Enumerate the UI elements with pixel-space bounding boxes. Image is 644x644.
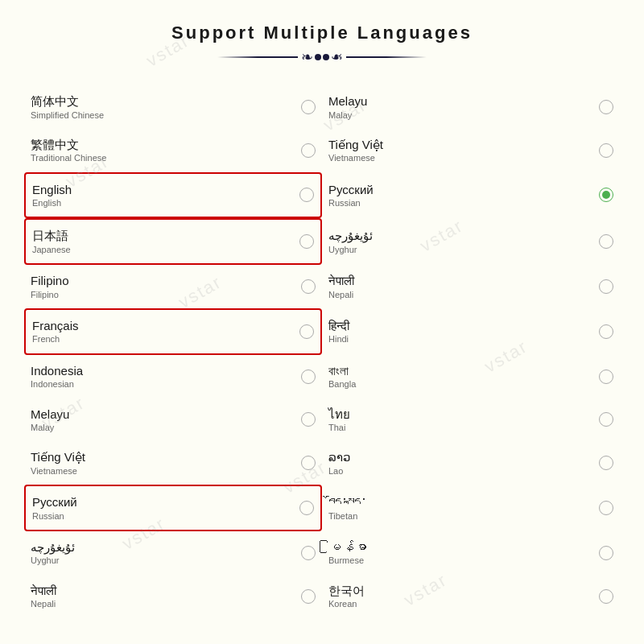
language-text-lao-right: ລາວLao [328,449,592,477]
language-text-traditional-chinese: 繁體中文Traditional Chinese [31,137,295,164]
radio-thai-right[interactable] [599,412,613,427]
radio-vietnamese-left[interactable] [301,456,316,470]
language-text-bangla-right: বাংলাBangla [328,363,592,390]
radio-vietnamese-right[interactable] [599,143,613,158]
language-subname-russian-right: Russian [328,197,592,208]
language-name-malay-right: Melayu [328,93,592,109]
language-text-uyghur-right: ئۇيغۇرچەUyghur [328,228,592,255]
language-name-russian-left: Русский [32,494,293,510]
radio-malay-left[interactable] [301,412,316,427]
language-name-malay-left: Melayu [31,407,295,423]
language-text-russian-left: РусскийRussian [32,494,293,522]
language-subname-russian-left: Russian [32,510,293,522]
page-title: Support Multiple Languages [16,23,628,43]
language-item-nepali-left[interactable]: नेपालीNepali [24,575,322,618]
language-item-tibetan-right[interactable]: བོད་སྐད་Tibetan [322,485,620,531]
language-item-korean-right[interactable]: 한국어Korean [322,575,620,618]
radio-japanese[interactable] [299,234,314,249]
ornament-leaf-left: ❧ [301,50,313,64]
language-text-french: FrançaisFrench [32,318,293,345]
language-item-russian-left[interactable]: РусскийRussian [24,485,322,531]
language-text-vietnamese-right: Tiếng ViệtVietnamese [328,137,592,164]
divider-line-right [346,56,427,58]
radio-russian-right[interactable] [599,188,613,202]
radio-nepali-right[interactable] [599,279,613,294]
language-item-thai-right[interactable]: ไทยThai [322,398,620,442]
ornament-leaf-right: ❧ [331,50,343,64]
language-subname-malay-left: Malay [31,422,295,433]
language-item-simplified-chinese[interactable]: 简体中文Simplified Chinese [24,85,322,129]
language-text-tibetan-right: བོད་སྐད་Tibetan [328,494,592,522]
language-item-japanese[interactable]: 日本語Japanese [24,218,322,265]
language-name-traditional-chinese: 繁體中文 [31,137,295,153]
language-name-tibetan-right: བོད་སྐད་ [328,494,592,510]
radio-french[interactable] [299,324,314,339]
language-text-nepali-right: नेपालीNepali [328,273,592,300]
radio-traditional-chinese[interactable] [301,143,316,158]
language-name-vietnamese-left: Tiếng Việt [31,449,295,465]
language-subname-simplified-chinese: Simplified Chinese [31,109,295,121]
radio-uyghur-left[interactable] [301,546,316,560]
language-text-korean-right: 한국어Korean [328,583,592,610]
language-item-vietnamese-left[interactable]: Tiếng ViệtVietnamese [24,441,322,485]
language-item-malay-right[interactable]: MelayuMalay [322,85,620,129]
language-subname-hindi-right: Hindi [328,333,592,345]
language-item-vietnamese-right[interactable]: Tiếng ViệtVietnamese [322,129,620,172]
language-item-nepali-right[interactable]: नेपालीNepali [322,265,620,308]
language-item-bangla-right[interactable]: বাংলাBangla [322,355,620,398]
language-item-burmese-right[interactable]: မြန်မာBurmese [322,531,620,575]
radio-malay-right[interactable] [599,100,613,114]
language-subname-tibetan-right: Tibetan [328,510,592,522]
ornament-dot-right [323,54,329,60]
divider-ornament: ❧ ❧ [16,50,628,64]
ornament-dot-left [315,54,321,60]
radio-uyghur-right[interactable] [599,234,613,249]
language-item-traditional-chinese[interactable]: 繁體中文Traditional Chinese [24,129,322,172]
radio-tibetan-right[interactable] [599,501,613,515]
language-name-simplified-chinese: 简体中文 [31,93,295,109]
language-item-uyghur-left[interactable]: ئۇيغۇرچەUyghur [24,531,322,575]
language-name-burmese-right: မြန်မာ [328,539,592,555]
language-item-lao-right[interactable]: ລາວLao [322,441,620,485]
language-name-hindi-right: हिन्दी [328,318,592,334]
page-header: Support Multiple Languages ❧ ❧ [0,0,644,77]
language-name-japanese: 日本語 [32,228,293,244]
language-subname-indonesian: Indonesian [31,378,295,390]
language-subname-burmese-right: Burmese [328,555,592,566]
language-name-uyghur-left: ئۇيغۇرچە [31,539,295,555]
radio-burmese-right[interactable] [599,546,613,560]
language-item-malay-left[interactable]: MelayuMalay [24,398,322,442]
language-text-russian-right: РусскийRussian [328,182,592,209]
language-text-malay-left: MelayuMalay [31,407,295,434]
radio-russian-left[interactable] [299,501,314,515]
language-subname-uyghur-right: Uyghur [328,244,592,255]
language-item-hindi-right[interactable]: हिन्दीHindi [322,308,620,355]
radio-lao-right[interactable] [599,456,613,470]
language-item-french[interactable]: FrançaisFrench [24,308,322,355]
language-name-nepali-right: नेपाली [328,273,592,289]
language-name-thai-right: ไทย [328,407,592,423]
language-subname-malay-right: Malay [328,109,592,121]
radio-korean-right[interactable] [599,589,613,604]
language-item-english[interactable]: EnglishEnglish [24,172,322,219]
language-subname-nepali-left: Nepali [31,598,295,609]
radio-bangla-right[interactable] [599,369,613,384]
language-text-simplified-chinese: 简体中文Simplified Chinese [31,93,295,121]
language-item-uyghur-right[interactable]: ئۇيغۇرچەUyghur [322,218,620,265]
language-subname-traditional-chinese: Traditional Chinese [31,152,295,163]
radio-english[interactable] [299,188,314,202]
radio-simplified-chinese[interactable] [301,100,316,114]
language-item-filipino[interactable]: FilipinoFilipino [24,265,322,308]
radio-hindi-right[interactable] [599,324,613,339]
ornament-center: ❧ ❧ [301,50,343,64]
language-name-russian-right: Русский [328,182,592,198]
language-subname-thai-right: Thai [328,422,592,433]
radio-nepali-left[interactable] [301,589,316,604]
radio-indonesian[interactable] [301,369,316,384]
language-item-indonesian[interactable]: IndonesiaIndonesian [24,355,322,398]
language-text-malay-right: MelayuMalay [328,93,592,121]
radio-filipino[interactable] [301,279,316,294]
divider-line-left [217,56,298,58]
language-item-russian-right[interactable]: РусскийRussian [322,172,620,219]
language-subname-vietnamese-left: Vietnamese [31,465,295,477]
